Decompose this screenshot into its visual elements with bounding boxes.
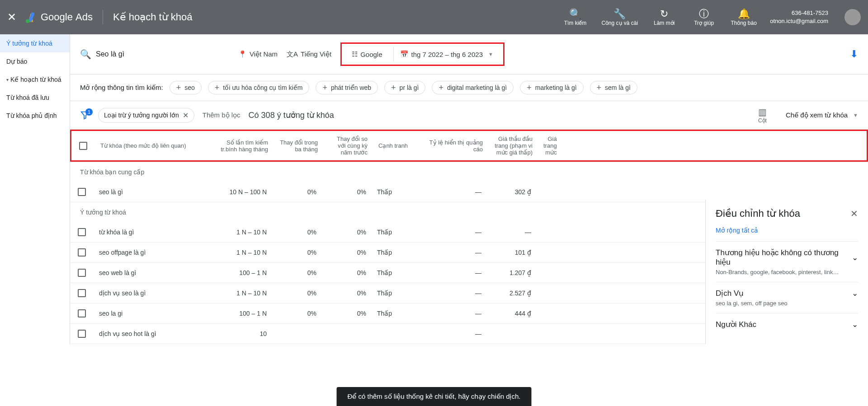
brand-ads: Ads: [75, 11, 93, 23]
cell-3mo: 0%: [272, 263, 322, 282]
cell-bid: 2.527 ₫: [487, 284, 537, 303]
view-mode-selector[interactable]: Chế độ xem từ khóa ▼: [786, 111, 858, 119]
cell-impr: —: [417, 263, 487, 282]
col-yoy-change[interactable]: Thay đổi so với cùng kỳ năm trước: [323, 131, 373, 160]
svg-point-2: [26, 19, 30, 23]
row-checkbox[interactable]: [78, 289, 86, 297]
refine-section-brand[interactable]: Thương hiệu hoặc không có thương hiệu⌄ N…: [716, 241, 858, 282]
select-all-checkbox[interactable]: [79, 142, 87, 150]
cell-bid: 302 ₫: [487, 182, 537, 201]
close-icon[interactable]: ✕: [7, 11, 16, 23]
avatar[interactable]: [844, 9, 861, 25]
broaden-chip[interactable]: +tối ưu hóa công cụ tìm kiếm: [208, 81, 310, 94]
cell-avg: 10: [202, 324, 272, 343]
cell-keyword: seo là gì: [94, 182, 202, 201]
broaden-chip[interactable]: +digital marketing là gì: [432, 81, 514, 94]
broaden-chip[interactable]: +phát triển web: [316, 81, 378, 94]
col-bid-low[interactable]: Giá thầu đầu trang (phạm vi mức giá thấp…: [488, 131, 538, 160]
cell-impr: —: [417, 243, 487, 262]
cell-comp: [372, 328, 417, 340]
chevron-down-icon: ⌄: [852, 320, 858, 329]
plus-icon: +: [439, 84, 443, 91]
chevron-down-icon: ⌄: [852, 253, 858, 262]
refine-section-other[interactable]: Người Khác⌄: [716, 313, 858, 336]
cell-3mo: 0%: [272, 243, 322, 262]
cell-bid: 101 ₫: [487, 243, 537, 262]
plus-icon: +: [322, 84, 327, 91]
location-selector[interactable]: 📍 Việt Nam: [238, 50, 278, 58]
cell-keyword: seo la gi: [94, 304, 202, 323]
filter-icon[interactable]: 1: [80, 110, 90, 120]
sidebar-item-keyword-ideas[interactable]: Ý tưởng từ khoá: [0, 34, 70, 52]
col-competition[interactable]: Cạnh tranh: [373, 131, 418, 160]
network-icon: ☷: [352, 50, 358, 58]
row-checkbox[interactable]: [78, 269, 86, 277]
cell-impr: —: [417, 284, 487, 303]
tools-settings[interactable]: 🔧Công cụ và cài: [601, 8, 638, 26]
chevron-down-icon: ▼: [488, 51, 493, 57]
cell-avg: 100 – 1 N: [202, 304, 272, 323]
cell-keyword: seo offpage là gì: [94, 243, 202, 262]
wrench-icon: 🔧: [613, 8, 626, 20]
refine-section-service[interactable]: Dịch Vụ⌄ seo la gi, sem, off page seo: [716, 282, 858, 313]
highlighted-header: Từ khóa (theo mức độ liên quan) Số lần t…: [70, 130, 868, 162]
help-icon: ⓘ: [699, 8, 709, 20]
cell-comp: Thấp: [372, 263, 417, 282]
broaden-chip[interactable]: +seo: [170, 81, 202, 94]
cell-comp: Thấp: [372, 223, 417, 242]
columns-button[interactable]: ▥ Cột: [758, 107, 767, 124]
expand-all-link[interactable]: Mở rộng tất cả: [716, 227, 858, 234]
sidebar-item-plan[interactable]: Kế hoạch từ khoá: [0, 70, 70, 89]
language-selector[interactable]: 文A Tiếng Việt: [287, 50, 331, 59]
filter-chip-exclude-adult[interactable]: Loại trừ ý tưởng người lớn ✕: [98, 108, 194, 123]
cell-impr: —: [417, 304, 487, 323]
plus-icon: +: [527, 84, 532, 91]
cell-impr: —: [417, 324, 487, 343]
cell-yoy: 0%: [322, 263, 372, 282]
keyword-search[interactable]: 🔍 Seo là gì: [80, 49, 229, 60]
sidebar-item-negative[interactable]: Từ khóa phủ định: [0, 107, 70, 125]
filter-count-badge: 1: [85, 108, 93, 116]
cell-bid: 1.207 ₫: [487, 263, 537, 282]
add-filter-button[interactable]: Thêm bộ lọc: [203, 111, 241, 119]
broaden-label: Mở rộng thông tin tìm kiếm:: [80, 84, 163, 92]
sidebar-item-saved[interactable]: Từ khoá đã lưu: [0, 89, 70, 107]
chevron-down-icon: ⌄: [852, 289, 858, 298]
broaden-chip[interactable]: +marketing là gì: [520, 81, 583, 94]
col-avg-searches[interactable]: Số lần tìm kiếm tr.bình hàng tháng: [203, 131, 274, 160]
row-checkbox[interactable]: [78, 309, 86, 317]
broaden-chip[interactable]: +pr là gì: [384, 81, 425, 94]
download-icon[interactable]: ⬇: [850, 48, 858, 60]
col-keyword[interactable]: Từ khóa (theo mức độ liên quan): [95, 131, 203, 160]
row-checkbox[interactable]: [78, 188, 86, 196]
cell-yoy: [322, 328, 372, 340]
ideas-count: Có 308 ý tưởng từ khóa: [249, 110, 334, 120]
cell-keyword: seo web là gì: [94, 263, 202, 282]
remove-filter-icon[interactable]: ✕: [183, 111, 189, 120]
plus-icon: +: [391, 84, 396, 91]
col-bid-high[interactable]: Giá trang mức: [538, 131, 562, 160]
broaden-chip[interactable]: +sem là gì: [590, 81, 637, 94]
cell-keyword: dịch vụ seo là gì: [94, 284, 202, 303]
account-info[interactable]: 636-481-7523 otnon.ictu@gmail.com: [770, 9, 828, 25]
google-ads-logo[interactable]: Google Ads: [24, 11, 93, 23]
col-3mo-change[interactable]: Thay đổi trong ba tháng: [274, 131, 323, 160]
divider: [103, 10, 103, 24]
network-selector[interactable]: ☷ Google: [345, 47, 388, 62]
search-tool[interactable]: 🔍Tìm kiếm: [561, 8, 589, 26]
cell-yoy: 0%: [322, 284, 372, 303]
close-panel-icon[interactable]: ✕: [850, 208, 858, 219]
notifications-tool[interactable]: 🔔Thông báo: [730, 8, 757, 26]
row-checkbox[interactable]: [78, 228, 86, 236]
sidebar: Ý tưởng từ khoá Dự báo Kế hoạch từ khoá …: [0, 34, 70, 344]
cell-3mo: 0%: [272, 284, 322, 303]
row-checkbox[interactable]: [78, 330, 86, 338]
help-tool[interactable]: ⓘTrợ giúp: [690, 8, 717, 26]
cell-bid: —: [487, 223, 537, 242]
col-impr-share[interactable]: Tỷ lệ hiển thị quảng cáo: [418, 131, 488, 160]
row-checkbox[interactable]: [78, 248, 86, 257]
refresh-tool[interactable]: ↻Làm mới: [651, 8, 678, 26]
sidebar-item-forecast[interactable]: Dự báo: [0, 52, 70, 70]
plus-icon: +: [597, 84, 602, 91]
date-range-selector[interactable]: 📅 thg 7 2022 – thg 6 2023 ▼: [393, 47, 500, 62]
